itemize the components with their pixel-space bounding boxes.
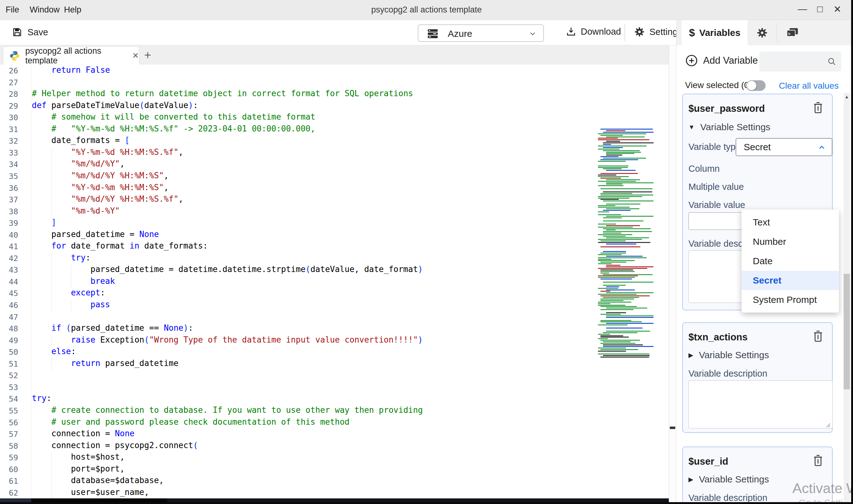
chevron-down-icon (528, 29, 537, 38)
dropdown-option-system-prompt[interactable]: System Prompt (742, 290, 839, 309)
delete-variable-icon[interactable] (812, 101, 824, 114)
minimap-line (606, 153, 634, 154)
minimap-line (598, 288, 618, 289)
minimap-line (598, 145, 647, 146)
tab-variables[interactable]: $ Variables (682, 20, 748, 45)
download-button[interactable]: Download (566, 26, 621, 37)
dropdown-option-secret[interactable]: Secret (742, 271, 839, 290)
minimap-line (598, 176, 629, 177)
minimap-line (598, 138, 618, 139)
code-line: database=$database, (71, 475, 164, 485)
variable-type-label: Variable type (688, 142, 741, 152)
minimap-line (606, 244, 636, 245)
minimap-line (598, 347, 626, 348)
line-number: 30 (0, 113, 18, 122)
resize-handle-icon[interactable] (825, 422, 831, 428)
settings-button[interactable]: Settings (634, 26, 682, 37)
environment-dropdown[interactable]: Azure (418, 24, 544, 42)
view-selected-row: View selected (0) Clear all values (685, 80, 847, 93)
minimap-line (606, 331, 650, 331)
minimap-line (603, 192, 652, 192)
code-line: # create connection to database. If you … (52, 405, 423, 415)
line-number: 26 (0, 66, 18, 75)
variable-search[interactable] (759, 52, 841, 72)
triangle-down-icon: ▼ (688, 124, 695, 131)
minimap-line (598, 324, 628, 325)
variable-type-dropdown-menu[interactable]: TextNumberDateSecretSystem Prompt (742, 210, 839, 312)
code-editor[interactable]: 26return False2728# Helper method to ret… (0, 65, 669, 498)
triangle-right-icon: ▶ (688, 475, 693, 483)
delete-variable-icon[interactable] (812, 454, 824, 467)
minimap-line (606, 328, 642, 328)
panel-scrollbar-thumb[interactable] (843, 274, 850, 390)
code-line: pass (91, 300, 110, 309)
indent-guide (71, 300, 71, 312)
view-selected-toggle[interactable] (746, 80, 766, 91)
indent-guide (71, 265, 71, 276)
dropdown-option-text[interactable]: Text (742, 213, 839, 232)
panel-splitter[interactable] (669, 45, 676, 504)
variable-type-select[interactable]: Secret (736, 138, 832, 156)
minimap-line (600, 269, 633, 270)
variable-card-txn-actions: $txn_actions ▶ Variable Settings Variabl… (682, 322, 833, 433)
maximize-button[interactable]: □ (813, 4, 827, 14)
triangle-right-icon: ▶ (688, 351, 693, 359)
dollar-icon: $ (689, 26, 695, 39)
minimap-line (603, 150, 640, 151)
menu-window[interactable]: Window (30, 5, 60, 15)
minimap-line (598, 254, 622, 255)
menu-help[interactable]: Help (64, 5, 81, 15)
minimap-line (603, 168, 622, 169)
clear-all-values-link[interactable]: Clear all values (779, 81, 839, 91)
splitter-drag-handle[interactable] (670, 427, 675, 429)
minimap-line (606, 170, 636, 171)
menu-file[interactable]: File (6, 5, 19, 15)
variable-settings-toggle[interactable]: ▶ Variable Settings (688, 474, 769, 485)
minimap-line (598, 205, 615, 206)
variable-settings-toggle[interactable]: ▼ Variable Settings (688, 122, 770, 132)
minimap-line (598, 351, 626, 352)
dropdown-option-date[interactable]: Date (742, 251, 839, 271)
code-line: "%m/%d/%Y", (71, 159, 125, 168)
minimize-button[interactable]: — (796, 4, 809, 14)
minimap-line (606, 182, 653, 183)
dropdown-option-number[interactable]: Number (742, 232, 839, 251)
tab-terminal[interactable]: >_ (777, 20, 808, 45)
line-number: 55 (0, 406, 18, 415)
variable-name: $user_id (688, 456, 728, 467)
minimap-line (603, 274, 653, 275)
code-line: port=$port, (71, 464, 125, 473)
delete-variable-icon[interactable] (812, 330, 824, 343)
add-variable-button[interactable]: Add Variable (685, 54, 758, 67)
minimap-line (598, 268, 647, 269)
minimap-line (603, 282, 653, 283)
line-number: 40 (0, 231, 18, 239)
activation-watermark: Activate W (793, 480, 853, 497)
search-input[interactable] (762, 53, 825, 69)
line-number: 32 (0, 137, 18, 145)
variable-settings-toggle[interactable]: ▶ Variable Settings (688, 350, 769, 360)
variable-description-textarea[interactable] (688, 380, 833, 428)
line-number: 62 (0, 488, 18, 498)
minimap-line (600, 240, 626, 241)
minimap-line (603, 297, 639, 298)
minimap-line (598, 161, 626, 162)
minimap-line (606, 256, 642, 257)
tab-close-icon[interactable]: ✕ (132, 51, 139, 60)
editor-tab-active[interactable]: psycopg2 all actions template ✕ (3, 47, 139, 65)
panel-scrollbar[interactable]: ▲ ▼ (843, 93, 850, 504)
scroll-up-arrow[interactable]: ▲ (843, 94, 850, 99)
minimap-line (598, 185, 623, 186)
minimap[interactable] (598, 129, 653, 359)
tab-services[interactable] (748, 20, 776, 45)
minimap-line (600, 262, 626, 263)
line-number: 48 (0, 324, 18, 333)
close-button[interactable]: ✕ (831, 4, 844, 15)
new-tab-button[interactable]: + (144, 49, 151, 62)
save-button[interactable]: Save (12, 27, 48, 37)
code-line: for date_format in date_formats: (52, 241, 208, 250)
line-number: 51 (0, 359, 18, 368)
line-number: 61 (0, 476, 18, 486)
code-line: try: (71, 253, 91, 262)
line-number: 57 (0, 430, 18, 439)
